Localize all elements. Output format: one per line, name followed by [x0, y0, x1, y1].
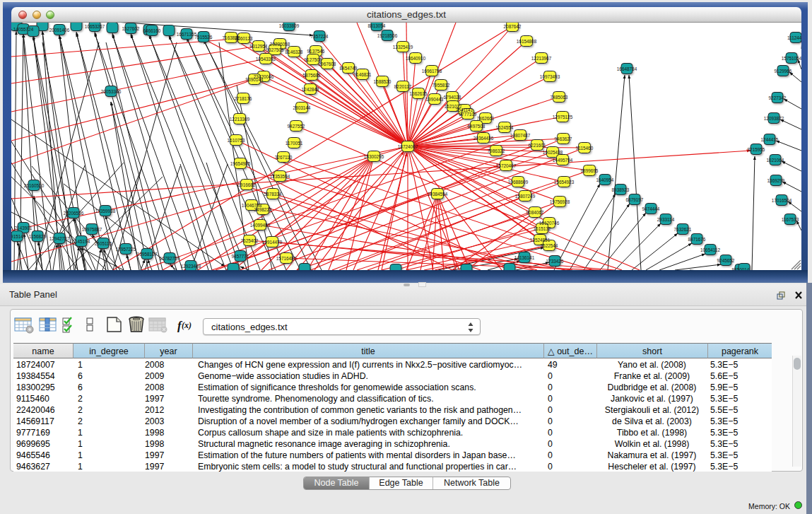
svg-text:1369299: 1369299 — [767, 178, 785, 183]
svg-text:5875685: 5875685 — [303, 73, 321, 78]
svg-text:23226058: 23226058 — [270, 42, 290, 47]
svg-text:3498222: 3498222 — [254, 207, 272, 212]
svg-text:10975887: 10975887 — [82, 227, 102, 232]
svg-text:3915141: 3915141 — [8, 234, 26, 239]
svg-text:18724007: 18724007 — [398, 144, 418, 149]
svg-text:1990443: 1990443 — [426, 97, 444, 102]
svg-text:15720407: 15720407 — [496, 163, 517, 168]
svg-text:1156829: 1156829 — [29, 234, 47, 239]
svg-text:2143901: 2143901 — [15, 226, 33, 230]
svg-text:1640954: 1640954 — [596, 177, 614, 182]
svg-text:9227342: 9227342 — [769, 95, 787, 100]
svg-text:9390144: 9390144 — [246, 77, 264, 82]
svg-text:1615132: 1615132 — [534, 226, 551, 231]
svg-text:10914479: 10914479 — [262, 240, 283, 245]
svg-text:2967608: 2967608 — [319, 62, 336, 66]
svg-text:10543392: 10543392 — [256, 57, 276, 62]
svg-text:6794028: 6794028 — [444, 95, 461, 100]
svg-text:1527602: 1527602 — [122, 26, 140, 31]
svg-text:10958107: 10958107 — [137, 252, 158, 257]
svg-text:9457771: 9457771 — [232, 254, 249, 259]
svg-text:6879197: 6879197 — [626, 197, 644, 202]
svg-text:10973493: 10973493 — [540, 74, 560, 79]
svg-text:1362615: 1362615 — [410, 91, 428, 96]
svg-text:16033809: 16033809 — [279, 23, 300, 28]
svg-text:14136141: 14136141 — [514, 255, 535, 260]
svg-text:17957225: 17957225 — [116, 247, 136, 252]
svg-text:(x): (x) — [182, 320, 192, 330]
svg-text:9777109: 9777109 — [459, 112, 477, 117]
svg-text:8660123: 8660123 — [235, 36, 253, 41]
svg-text:7986322: 7986322 — [488, 148, 505, 153]
svg-text:1588520: 1588520 — [374, 79, 392, 84]
svg-text:1112443: 1112443 — [787, 35, 804, 40]
svg-text:7515526: 7515526 — [195, 35, 213, 40]
svg-text:7462661: 7462661 — [477, 116, 495, 121]
svg-text:16154808: 16154808 — [517, 39, 537, 44]
svg-text:9899695: 9899695 — [581, 168, 599, 173]
svg-text:7632621: 7632621 — [674, 227, 692, 232]
svg-text:2522544: 2522544 — [541, 243, 558, 248]
svg-text:3267110: 3267110 — [275, 155, 293, 160]
svg-text:8220117: 8220117 — [394, 84, 412, 89]
svg-text:18300295: 18300295 — [364, 154, 384, 159]
svg-text:16782759: 16782759 — [160, 256, 180, 261]
svg-text:10807487: 10807487 — [510, 133, 531, 138]
svg-text:14099489: 14099489 — [250, 223, 271, 228]
svg-text:5878334: 5878334 — [264, 192, 282, 197]
svg-text:1610753: 1610753 — [228, 138, 245, 143]
svg-text:10653267: 10653267 — [85, 24, 105, 29]
svg-text:8454749: 8454749 — [340, 66, 358, 71]
svg-text:2087642: 2087642 — [504, 24, 522, 29]
svg-text:1167533: 1167533 — [782, 217, 799, 222]
svg-text:6497508: 6497508 — [468, 124, 486, 129]
svg-text:20206536: 20206536 — [64, 211, 84, 216]
svg-text:9427552: 9427552 — [288, 124, 305, 129]
svg-text:2933114: 2933114 — [657, 217, 675, 222]
svg-text:13524851: 13524851 — [530, 238, 551, 243]
svg-text:12353594: 12353594 — [270, 174, 290, 179]
svg-text:16648784: 16648784 — [617, 66, 637, 71]
svg-text:9146821: 9146821 — [354, 72, 372, 77]
svg-text:12942737: 12942737 — [49, 236, 70, 241]
svg-text:13325419: 13325419 — [393, 45, 413, 49]
svg-text:2803144: 2803144 — [293, 105, 311, 110]
svg-text:26160510: 26160510 — [24, 183, 45, 188]
svg-text:12923448: 12923448 — [181, 264, 201, 269]
svg-text:8938923: 8938923 — [612, 187, 630, 192]
svg-text:12093872: 12093872 — [764, 116, 784, 121]
svg-text:14055724: 14055724 — [13, 27, 34, 32]
svg-text:9463627: 9463627 — [555, 136, 572, 141]
svg-text:14495794: 14495794 — [553, 158, 573, 163]
svg-text:9474444: 9474444 — [642, 206, 660, 211]
svg-text:9084067: 9084067 — [526, 210, 544, 215]
svg-text:7357224: 7357224 — [311, 34, 329, 39]
svg-text:6466160: 6466160 — [143, 28, 161, 33]
svg-text:19654985: 19654985 — [230, 161, 251, 166]
svg-text:16671355: 16671355 — [177, 32, 197, 37]
svg-text:9312954: 9312954 — [250, 44, 268, 49]
svg-text:9115460: 9115460 — [576, 146, 594, 151]
svg-text:7955812: 7955812 — [433, 83, 450, 88]
svg-text:8471676: 8471676 — [688, 237, 706, 242]
svg-text:8813054: 8813054 — [368, 23, 386, 28]
svg-text:19756928: 19756928 — [550, 199, 570, 204]
svg-text:18640910: 18640910 — [406, 56, 426, 61]
svg-text:1145194: 1145194 — [73, 239, 90, 244]
svg-text:19384554: 19384554 — [428, 192, 448, 197]
svg-text:8215955: 8215955 — [748, 147, 765, 152]
svg-text:12213369: 12213369 — [230, 117, 250, 122]
svg-text:10654112: 10654112 — [700, 247, 720, 252]
svg-text:10025438: 10025438 — [543, 150, 563, 155]
svg-text:6221601: 6221601 — [529, 143, 546, 148]
svg-text:1170051: 1170051 — [286, 141, 303, 146]
svg-text:9137546: 9137546 — [307, 49, 325, 54]
svg-text:15807249: 15807249 — [515, 194, 536, 199]
svg-text:12975125: 12975125 — [553, 115, 573, 119]
svg-text:2505115: 2505115 — [95, 241, 112, 246]
svg-text:7485063: 7485063 — [551, 95, 568, 100]
svg-text:10688609: 10688609 — [508, 180, 529, 185]
svg-text:15716485: 15716485 — [276, 256, 297, 261]
svg-text:7625402: 7625402 — [241, 238, 259, 243]
svg-text:9245652: 9245652 — [717, 258, 735, 263]
